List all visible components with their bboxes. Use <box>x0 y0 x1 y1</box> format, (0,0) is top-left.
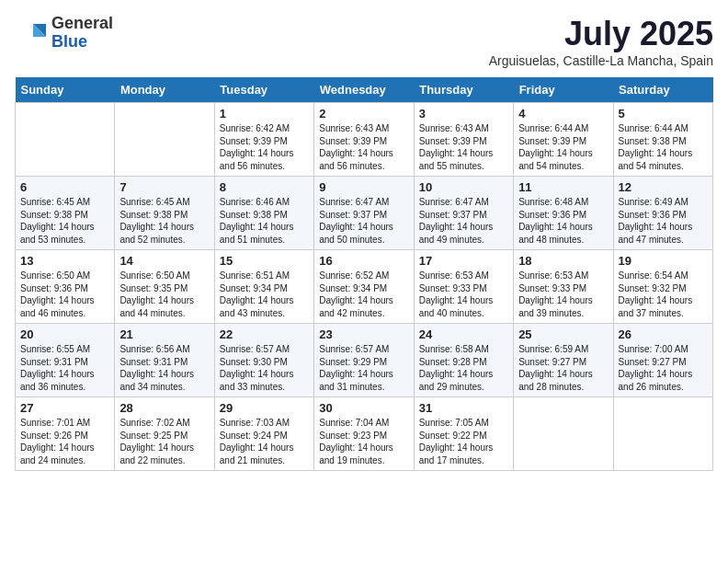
calendar-cell <box>16 103 115 177</box>
day-number: 31 <box>419 401 508 415</box>
day-number: 26 <box>619 327 708 341</box>
day-number: 8 <box>220 180 309 194</box>
day-number: 4 <box>518 107 608 121</box>
calendar-cell: 4Sunrise: 6:44 AM Sunset: 9:39 PM Daylig… <box>514 103 613 177</box>
calendar-cell: 16Sunrise: 6:52 AM Sunset: 9:34 PM Dayli… <box>314 250 414 324</box>
calendar-cell: 31Sunrise: 7:05 AM Sunset: 9:22 PM Dayli… <box>414 397 513 471</box>
calendar-week-row: 6Sunrise: 6:45 AM Sunset: 9:38 PM Daylig… <box>16 177 713 250</box>
calendar-cell: 17Sunrise: 6:53 AM Sunset: 9:33 PM Dayli… <box>414 250 513 324</box>
day-number: 18 <box>518 254 608 268</box>
calendar-cell: 18Sunrise: 6:53 AM Sunset: 9:33 PM Dayli… <box>514 250 613 324</box>
day-info: Sunrise: 6:43 AM Sunset: 9:39 PM Dayligh… <box>319 122 408 172</box>
calendar-cell: 1Sunrise: 6:42 AM Sunset: 9:39 PM Daylig… <box>214 103 313 177</box>
calendar-cell: 27Sunrise: 7:01 AM Sunset: 9:26 PM Dayli… <box>16 397 115 471</box>
day-number: 17 <box>419 254 508 268</box>
calendar-cell: 12Sunrise: 6:49 AM Sunset: 9:36 PM Dayli… <box>613 177 712 250</box>
calendar-cell: 29Sunrise: 7:03 AM Sunset: 9:24 PM Dayli… <box>214 397 313 471</box>
location-text: Arguisuelas, Castille-La Mancha, Spain <box>489 53 713 68</box>
day-info: Sunrise: 6:57 AM Sunset: 9:30 PM Dayligh… <box>220 343 309 393</box>
day-info: Sunrise: 7:02 AM Sunset: 9:25 PM Dayligh… <box>119 417 209 466</box>
calendar-cell: 28Sunrise: 7:02 AM Sunset: 9:25 PM Dayli… <box>115 397 214 471</box>
day-info: Sunrise: 6:44 AM Sunset: 9:38 PM Dayligh… <box>619 122 708 172</box>
day-number: 28 <box>119 401 209 415</box>
day-number: 19 <box>619 254 708 268</box>
day-info: Sunrise: 6:48 AM Sunset: 9:36 PM Dayligh… <box>518 196 608 246</box>
day-info: Sunrise: 7:05 AM Sunset: 9:22 PM Dayligh… <box>419 417 508 466</box>
day-info: Sunrise: 6:45 AM Sunset: 9:38 PM Dayligh… <box>20 196 109 246</box>
day-info: Sunrise: 7:01 AM Sunset: 9:26 PM Dayligh… <box>20 417 109 466</box>
day-info: Sunrise: 6:58 AM Sunset: 9:28 PM Dayligh… <box>419 343 508 393</box>
calendar-week-row: 13Sunrise: 6:50 AM Sunset: 9:36 PM Dayli… <box>16 250 713 324</box>
day-number: 1 <box>220 107 309 121</box>
day-info: Sunrise: 6:53 AM Sunset: 9:33 PM Dayligh… <box>518 270 608 319</box>
title-block: July 2025 Arguisuelas, Castille-La Manch… <box>489 15 713 68</box>
day-number: 5 <box>619 107 708 121</box>
day-number: 3 <box>419 107 508 121</box>
calendar-cell: 7Sunrise: 6:45 AM Sunset: 9:38 PM Daylig… <box>115 177 214 250</box>
calendar-cell: 2Sunrise: 6:43 AM Sunset: 9:39 PM Daylig… <box>314 103 414 177</box>
day-number: 25 <box>518 327 608 341</box>
day-info: Sunrise: 6:57 AM Sunset: 9:29 PM Dayligh… <box>319 343 408 393</box>
day-info: Sunrise: 6:52 AM Sunset: 9:34 PM Dayligh… <box>319 270 408 319</box>
calendar-cell: 24Sunrise: 6:58 AM Sunset: 9:28 PM Dayli… <box>414 324 513 397</box>
day-number: 21 <box>119 327 209 341</box>
day-info: Sunrise: 6:47 AM Sunset: 9:37 PM Dayligh… <box>319 196 408 246</box>
day-info: Sunrise: 6:42 AM Sunset: 9:39 PM Dayligh… <box>220 122 309 172</box>
calendar-cell: 10Sunrise: 6:47 AM Sunset: 9:37 PM Dayli… <box>414 177 513 250</box>
day-number: 14 <box>119 254 209 268</box>
day-info: Sunrise: 6:50 AM Sunset: 9:35 PM Dayligh… <box>119 270 209 319</box>
page-header: General Blue July 2025 Arguisuelas, Cast… <box>15 15 713 68</box>
calendar-week-row: 27Sunrise: 7:01 AM Sunset: 9:26 PM Dayli… <box>16 397 713 471</box>
calendar-cell: 13Sunrise: 6:50 AM Sunset: 9:36 PM Dayli… <box>16 250 115 324</box>
day-number: 20 <box>20 327 109 341</box>
day-number: 30 <box>319 401 408 415</box>
calendar-cell: 22Sunrise: 6:57 AM Sunset: 9:30 PM Dayli… <box>214 324 313 397</box>
logo: General Blue <box>15 15 113 52</box>
day-number: 9 <box>319 180 408 194</box>
day-number: 10 <box>419 180 508 194</box>
day-number: 2 <box>319 107 408 121</box>
weekday-header-friday: Friday <box>514 77 613 103</box>
calendar-cell: 5Sunrise: 6:44 AM Sunset: 9:38 PM Daylig… <box>613 103 712 177</box>
calendar-week-row: 20Sunrise: 6:55 AM Sunset: 9:31 PM Dayli… <box>16 324 713 397</box>
calendar-cell: 23Sunrise: 6:57 AM Sunset: 9:29 PM Dayli… <box>314 324 414 397</box>
calendar-header: SundayMondayTuesdayWednesdayThursdayFrid… <box>16 77 713 103</box>
calendar-cell <box>514 397 613 471</box>
calendar-cell: 3Sunrise: 6:43 AM Sunset: 9:39 PM Daylig… <box>414 103 513 177</box>
calendar-cell <box>613 397 712 471</box>
logo-blue-text: Blue <box>51 33 113 52</box>
day-info: Sunrise: 6:59 AM Sunset: 9:27 PM Dayligh… <box>518 343 608 393</box>
day-number: 11 <box>518 180 608 194</box>
month-title: July 2025 <box>489 15 713 53</box>
day-info: Sunrise: 7:00 AM Sunset: 9:27 PM Dayligh… <box>619 343 708 393</box>
day-info: Sunrise: 6:50 AM Sunset: 9:36 PM Dayligh… <box>20 270 109 319</box>
calendar-table: SundayMondayTuesdayWednesdayThursdayFrid… <box>15 77 713 471</box>
calendar-cell: 11Sunrise: 6:48 AM Sunset: 9:36 PM Dayli… <box>514 177 613 250</box>
logo-icon <box>15 17 48 50</box>
day-number: 23 <box>319 327 408 341</box>
calendar-cell: 25Sunrise: 6:59 AM Sunset: 9:27 PM Dayli… <box>514 324 613 397</box>
calendar-cell: 21Sunrise: 6:56 AM Sunset: 9:31 PM Dayli… <box>115 324 214 397</box>
day-number: 12 <box>619 180 708 194</box>
day-info: Sunrise: 6:51 AM Sunset: 9:34 PM Dayligh… <box>220 270 309 319</box>
calendar-week-row: 1Sunrise: 6:42 AM Sunset: 9:39 PM Daylig… <box>16 103 713 177</box>
day-number: 27 <box>20 401 109 415</box>
weekday-header-tuesday: Tuesday <box>214 77 313 103</box>
weekday-header-sunday: Sunday <box>16 77 115 103</box>
weekday-header-wednesday: Wednesday <box>314 77 414 103</box>
day-info: Sunrise: 6:55 AM Sunset: 9:31 PM Dayligh… <box>20 343 109 393</box>
day-number: 7 <box>119 180 209 194</box>
day-info: Sunrise: 6:46 AM Sunset: 9:38 PM Dayligh… <box>220 196 309 246</box>
day-info: Sunrise: 6:43 AM Sunset: 9:39 PM Dayligh… <box>419 122 508 172</box>
day-info: Sunrise: 6:56 AM Sunset: 9:31 PM Dayligh… <box>119 343 209 393</box>
day-number: 15 <box>220 254 309 268</box>
day-info: Sunrise: 6:54 AM Sunset: 9:32 PM Dayligh… <box>619 270 708 319</box>
calendar-cell: 20Sunrise: 6:55 AM Sunset: 9:31 PM Dayli… <box>16 324 115 397</box>
weekday-header-row: SundayMondayTuesdayWednesdayThursdayFrid… <box>16 77 713 103</box>
day-info: Sunrise: 6:47 AM Sunset: 9:37 PM Dayligh… <box>419 196 508 246</box>
calendar-cell: 19Sunrise: 6:54 AM Sunset: 9:32 PM Dayli… <box>613 250 712 324</box>
day-number: 29 <box>220 401 309 415</box>
day-info: Sunrise: 6:53 AM Sunset: 9:33 PM Dayligh… <box>419 270 508 319</box>
weekday-header-monday: Monday <box>115 77 214 103</box>
calendar-cell: 15Sunrise: 6:51 AM Sunset: 9:34 PM Dayli… <box>214 250 313 324</box>
